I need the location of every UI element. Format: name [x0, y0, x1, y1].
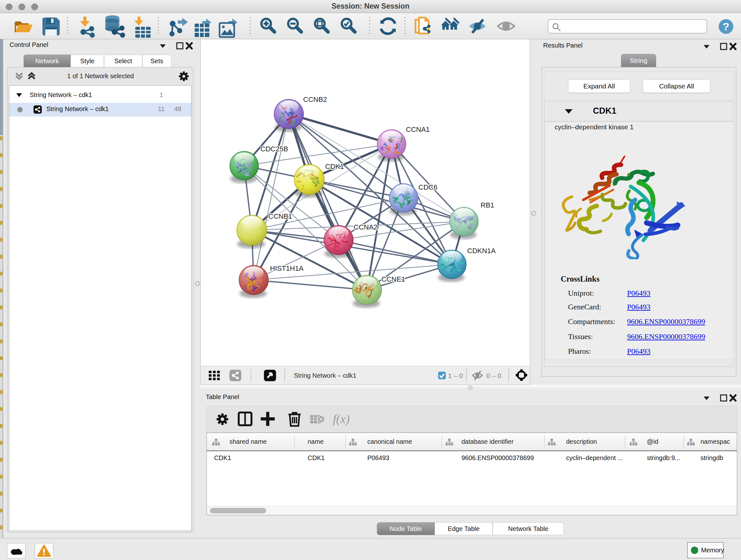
svg-text:CCNE1: CCNE1	[381, 275, 405, 283]
svg-text:f(x): f(x)	[333, 412, 350, 426]
svg-text:String Network – cdk1: String Network – cdk1	[294, 372, 356, 379]
svg-text:CDC6: CDC6	[418, 183, 437, 191]
svg-text:RB1: RB1	[481, 201, 494, 209]
svg-text:HIST1H1A: HIST1H1A	[270, 264, 304, 272]
svg-text:CDK1: CDK1	[325, 163, 344, 171]
svg-text:CCNB2: CCNB2	[303, 96, 327, 104]
svg-text:CCNB1: CCNB1	[268, 212, 292, 220]
svg-text:0 – 0: 0 – 0	[486, 372, 501, 379]
svg-text:CCNA1: CCNA1	[406, 125, 430, 133]
svg-text:CDKN1A: CDKN1A	[467, 247, 496, 255]
svg-text:CCNA2: CCNA2	[354, 223, 378, 231]
svg-text:CDC25B: CDC25B	[260, 145, 288, 153]
svg-text:1 – 0: 1 – 0	[448, 372, 463, 379]
